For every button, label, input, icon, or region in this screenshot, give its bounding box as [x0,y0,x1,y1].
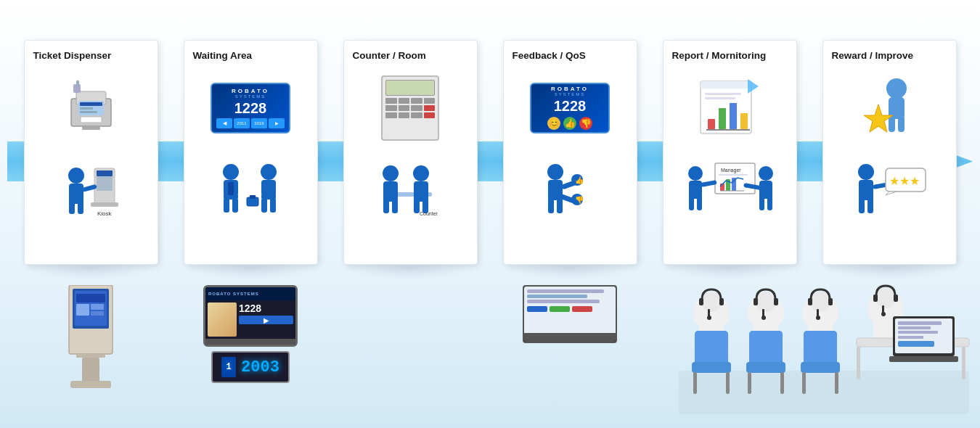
tv-monitor-waiting: ROBATO SYSTEMS 1228 ▶ [203,285,298,347]
manager-people-svg: Manager [675,157,784,219]
number-display-icon-num: 1 [226,362,231,372]
svg-point-104 [701,292,722,312]
report-chart-svg [693,75,766,141]
svg-rect-25 [76,304,89,316]
emoji-thumbsup: 👍 [563,117,576,130]
svg-rect-97 [859,197,865,213]
svg-rect-24 [76,294,105,303]
robato-logo-feedback: ROBATO [551,86,589,92]
laptop-line-2 [527,295,587,298]
svg-rect-106 [719,298,724,305]
robato-number-feedback: 1228 [554,98,587,115]
people-waiting-area [189,154,313,219]
col-reward-improve: Reward / Improve [809,40,969,279]
svg-rect-72 [706,129,750,131]
svg-rect-124 [746,362,785,373]
laptop-base [524,333,616,342]
robato-bar-3: 3019 [251,118,267,128]
panel-feedback-qos: Feedback / QoS ROBATO SYSTEMS 1228 😊 👍 [503,40,637,265]
col-counter-room: Counter / Room [330,40,490,279]
svg-rect-26 [91,304,104,310]
svg-rect-125 [748,372,751,394]
svg-rect-69 [719,108,726,129]
title-counter-room: Counter / Room [348,46,473,68]
svg-rect-66 [705,93,741,95]
svg-marker-101 [886,192,897,195]
laptop-screen [524,287,616,333]
svg-rect-67 [705,97,735,99]
svg-point-128 [810,292,830,312]
tv-base [205,339,295,345]
laptop-btn-1 [527,306,547,312]
svg-point-37 [261,164,277,180]
feedback-person-svg: 👍 👎 [523,157,617,219]
svg-rect-142 [894,295,898,302]
panel-counter-room: Counter / Room [343,40,478,265]
calc-key-5 [385,105,397,111]
people-reward-improve: ★★★ [828,154,952,219]
robato-sub: SYSTEMS [235,94,266,99]
svg-rect-138 [835,372,838,394]
svg-rect-87 [759,196,764,210]
svg-rect-112 [692,362,731,373]
svg-rect-56 [548,197,554,213]
svg-rect-30 [70,381,111,388]
emoji-thumbsdown: 👎 [579,117,592,130]
svg-point-144 [881,312,886,316]
calc-key-6 [399,105,410,111]
svg-rect-34 [224,198,229,213]
svg-rect-123 [749,331,783,363]
reward-stars-text: ★★★ [889,175,920,187]
svg-rect-156 [889,356,958,362]
col-feedback-qos: Feedback / QoS ROBATO SYSTEMS 1228 😊 👍 [490,40,650,343]
robato-number: 1228 [234,100,267,117]
title-waiting-area: Waiting Area [189,46,313,68]
svg-rect-137 [802,372,806,394]
col-waiting-area: Waiting Area ROBATO SYSTEMS 1228 ◀ 2011 [171,40,330,383]
svg-rect-10 [76,81,79,86]
people-report-monitoring: Manager [668,154,792,219]
robato-logo: ROBATO [232,88,269,94]
icon-reward-improve [828,68,952,148]
reward-star-svg [857,75,922,141]
svg-rect-155 [898,341,934,347]
svg-rect-92 [889,116,895,132]
svg-rect-82 [689,196,694,210]
svg-text:👍: 👍 [575,176,584,185]
svg-point-80 [688,166,703,181]
svg-rect-114 [726,372,730,394]
svg-rect-113 [693,372,697,394]
bottom-waiting: ROBATO SYSTEMS 1228 ▶ 1 [203,285,298,383]
tv-photo [208,303,237,337]
svg-rect-75 [719,174,748,176]
kiosk-stand-svg [54,285,127,390]
svg-rect-27 [91,311,104,316]
agents-area [671,269,976,424]
svg-rect-129 [808,298,812,305]
svg-rect-68 [708,119,715,129]
calc-key-3 [411,98,422,104]
svg-rect-93 [898,116,905,132]
icon-counter-room [348,68,473,148]
svg-rect-65 [701,81,751,89]
tv-arrow-icon: ▶ [264,316,269,324]
svg-rect-50 [383,181,398,202]
col-report-monitoring: Report / Mornitoring [650,40,809,279]
svg-rect-83 [697,196,702,210]
calc-key-4 [424,98,436,104]
svg-rect-96 [859,180,873,200]
people-counter-room: Counter [348,154,473,219]
number-display-icon: 1 [221,357,236,377]
svg-rect-14 [91,202,118,207]
svg-rect-16 [69,184,83,204]
svg-rect-111 [695,331,728,363]
svg-marker-73 [748,79,759,94]
svg-rect-57 [557,197,563,213]
laptop-btn-2 [550,306,570,312]
number-display-waiting: 1 2003 [211,351,290,383]
svg-rect-151 [898,321,942,325]
printer-svg [60,77,122,139]
svg-rect-18 [78,201,83,214]
counter-people-svg: Counter [363,157,457,219]
svg-rect-52 [392,199,398,213]
